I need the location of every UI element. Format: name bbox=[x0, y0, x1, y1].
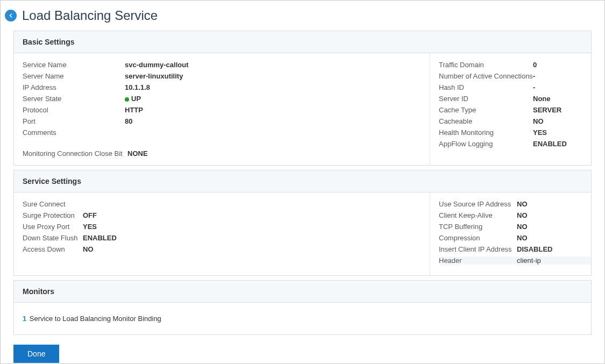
label-sure-connect: Sure Connect bbox=[23, 200, 83, 208]
row-server-id: Server ID None bbox=[439, 95, 582, 103]
label-hash-id: Hash ID bbox=[439, 83, 533, 91]
row-appflow-logging: AppFlow Logging ENABLED bbox=[439, 140, 582, 148]
label-appflow-logging: AppFlow Logging bbox=[439, 140, 533, 148]
label-protocol: Protocol bbox=[23, 106, 125, 114]
row-surge-protection: Surge Protection OFF bbox=[23, 211, 421, 219]
service-settings-panel: Service Settings Sure Connect Surge Prot… bbox=[13, 170, 592, 276]
back-icon[interactable] bbox=[5, 10, 17, 22]
row-active-connections: Number of Active Connections - bbox=[439, 72, 582, 80]
label-use-proxy-port: Use Proxy Port bbox=[23, 223, 83, 231]
row-server-state: Server State UP bbox=[23, 95, 421, 103]
row-cacheable: Cacheable NO bbox=[439, 117, 582, 125]
label-mon-close-bit: Monitoring Connection Close Bit bbox=[23, 149, 127, 158]
row-hash-id: Hash ID - bbox=[439, 83, 582, 91]
value-ip-address: 10.1.1.8 bbox=[125, 83, 150, 91]
label-comments: Comments bbox=[23, 129, 125, 137]
value-hash-id: - bbox=[533, 83, 535, 91]
label-header-name: Header bbox=[439, 256, 517, 265]
row-ip-address: IP Address 10.1.1.8 bbox=[23, 83, 421, 91]
basic-settings-right: Traffic Domain 0 Number of Active Connec… bbox=[430, 53, 591, 165]
value-active-connections: - bbox=[533, 72, 535, 80]
value-mon-close-bit: NONE bbox=[127, 149, 148, 158]
value-server-name: server-linuxutility bbox=[125, 72, 183, 80]
label-surge-protection: Surge Protection bbox=[23, 211, 83, 219]
monitors-body[interactable]: 1 Service to Load Balancing Monitor Bind… bbox=[14, 303, 591, 334]
label-service-name: Service Name bbox=[23, 61, 125, 69]
row-compression: Compression NO bbox=[439, 234, 582, 242]
row-client-keep-alive: Client Keep-Alive NO bbox=[439, 211, 582, 219]
label-down-state-flush: Down State Flush bbox=[23, 234, 83, 242]
value-health-monitoring: YES bbox=[533, 129, 547, 137]
value-appflow-logging: ENABLED bbox=[533, 140, 567, 148]
label-ip-address: IP Address bbox=[23, 83, 125, 91]
value-use-proxy-port: YES bbox=[83, 223, 97, 231]
row-port: Port 80 bbox=[23, 117, 421, 125]
value-tcp-buffering: NO bbox=[517, 223, 528, 231]
row-down-state-flush: Down State Flush ENABLED bbox=[23, 234, 421, 242]
value-use-source-ip: NO bbox=[517, 200, 528, 208]
service-settings-body: Sure Connect Surge Protection OFF Use Pr… bbox=[14, 192, 591, 275]
label-server-state: Server State bbox=[23, 95, 125, 103]
monitors-header: Monitors bbox=[14, 281, 591, 303]
service-settings-right: Use Source IP Address NO Client Keep-Ali… bbox=[430, 192, 591, 275]
row-protocol: Protocol HTTP bbox=[23, 106, 421, 114]
label-cache-type: Cache Type bbox=[439, 106, 533, 114]
basic-settings-body: Service Name svc-dummy-callout Server Na… bbox=[14, 53, 591, 165]
done-button[interactable]: Done bbox=[13, 345, 59, 363]
value-port: 80 bbox=[125, 117, 132, 125]
value-surge-protection: OFF bbox=[83, 211, 97, 219]
value-down-state-flush: ENABLED bbox=[83, 234, 117, 242]
basic-settings-header: Basic Settings bbox=[14, 31, 591, 53]
basic-settings-left: Service Name svc-dummy-callout Server Na… bbox=[14, 53, 430, 165]
service-settings-left: Sure Connect Surge Protection OFF Use Pr… bbox=[14, 192, 430, 275]
row-header-name: Header client-ip bbox=[439, 256, 591, 265]
label-active-connections: Number of Active Connections bbox=[439, 72, 533, 80]
row-traffic-domain: Traffic Domain 0 bbox=[439, 61, 582, 69]
row-use-source-ip: Use Source IP Address NO bbox=[439, 200, 582, 208]
label-server-id: Server ID bbox=[439, 95, 533, 103]
row-cache-type: Cache Type SERVER bbox=[439, 106, 582, 114]
label-server-name: Server Name bbox=[23, 72, 125, 80]
value-compression: NO bbox=[517, 234, 528, 242]
row-comments: Comments bbox=[23, 129, 421, 137]
label-client-keep-alive: Client Keep-Alive bbox=[439, 211, 517, 219]
service-settings-header: Service Settings bbox=[14, 170, 591, 192]
monitor-count: 1 bbox=[23, 315, 26, 323]
row-tcp-buffering: TCP Buffering NO bbox=[439, 223, 582, 231]
row-server-name: Server Name server-linuxutility bbox=[23, 72, 421, 80]
value-access-down: NO bbox=[83, 245, 94, 253]
value-server-id: None bbox=[533, 95, 551, 103]
label-access-down: Access Down bbox=[23, 245, 83, 253]
row-insert-client-ip: Insert Client IP Address DISABLED bbox=[439, 245, 582, 253]
monitor-binding-text: Service to Load Balancing Monitor Bindin… bbox=[30, 315, 161, 323]
label-traffic-domain: Traffic Domain bbox=[439, 61, 533, 69]
value-server-state: UP bbox=[125, 95, 141, 103]
row-mon-close-bit: Monitoring Connection Close Bit NONE bbox=[23, 149, 421, 158]
server-state-text: UP bbox=[131, 95, 141, 103]
page-title: Load Balancing Service bbox=[22, 8, 158, 23]
value-header-name: client-ip bbox=[517, 256, 541, 265]
label-cacheable: Cacheable bbox=[439, 117, 533, 125]
row-service-name: Service Name svc-dummy-callout bbox=[23, 61, 421, 69]
label-port: Port bbox=[23, 117, 125, 125]
value-cacheable: NO bbox=[533, 117, 544, 125]
row-access-down: Access Down NO bbox=[23, 245, 421, 253]
value-insert-client-ip: DISABLED bbox=[517, 245, 552, 253]
page-container: Load Balancing Service Basic Settings Se… bbox=[0, 0, 605, 364]
value-cache-type: SERVER bbox=[533, 106, 561, 114]
label-insert-client-ip: Insert Client IP Address bbox=[439, 245, 517, 253]
label-tcp-buffering: TCP Buffering bbox=[439, 223, 517, 231]
value-traffic-domain: 0 bbox=[533, 61, 537, 69]
label-compression: Compression bbox=[439, 234, 517, 242]
label-use-source-ip: Use Source IP Address bbox=[439, 200, 517, 208]
row-use-proxy-port: Use Proxy Port YES bbox=[23, 223, 421, 231]
row-health-monitoring: Health Monitoring YES bbox=[439, 129, 582, 137]
monitors-panel: Monitors 1 Service to Load Balancing Mon… bbox=[13, 280, 592, 335]
row-sure-connect: Sure Connect bbox=[23, 200, 421, 208]
value-service-name: svc-dummy-callout bbox=[125, 61, 188, 69]
value-protocol: HTTP bbox=[125, 106, 143, 114]
label-health-monitoring: Health Monitoring bbox=[439, 129, 533, 137]
page-header: Load Balancing Service bbox=[1, 1, 604, 31]
basic-settings-panel: Basic Settings Service Name svc-dummy-ca… bbox=[13, 31, 592, 166]
value-client-keep-alive: NO bbox=[517, 211, 528, 219]
